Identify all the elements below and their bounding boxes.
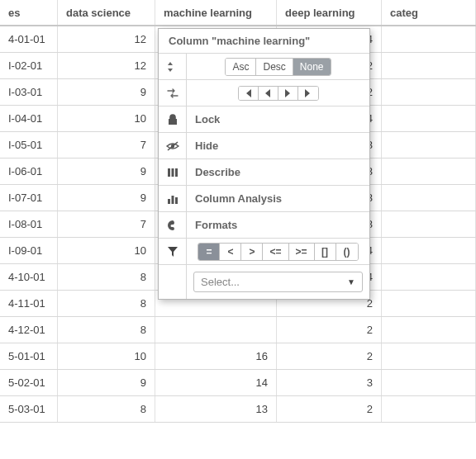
describe-label: Describe: [187, 166, 369, 178]
cell-deep-learning[interactable]: 2: [277, 317, 382, 343]
filter-paren-button[interactable]: (): [336, 244, 358, 260]
svg-rect-6: [168, 199, 170, 204]
filter-lt-button[interactable]: <: [220, 244, 241, 260]
cell-category[interactable]: [382, 26, 476, 52]
cell-es[interactable]: I-03-01: [0, 79, 58, 105]
cell-es[interactable]: I-02-01: [0, 53, 58, 78]
cell-data-science[interactable]: 8: [58, 291, 155, 316]
analysis-label: Column Analysis: [187, 192, 369, 205]
cell-data-science[interactable]: 12: [58, 26, 155, 52]
filter-gt-button[interactable]: >: [241, 244, 263, 260]
col-header-data-science[interactable]: data science: [58, 0, 155, 25]
svg-rect-8: [175, 197, 178, 204]
col-header-es[interactable]: es: [0, 0, 58, 25]
cell-data-science[interactable]: 9: [58, 185, 155, 211]
filter-row: = < > <= >= [] (): [159, 239, 369, 265]
svg-rect-3: [168, 168, 170, 177]
cell-es[interactable]: I-08-01: [0, 211, 58, 237]
svg-rect-5: [175, 168, 178, 177]
cell-category[interactable]: [382, 343, 476, 369]
lock-icon: [159, 106, 187, 132]
cell-category[interactable]: [382, 106, 476, 131]
col-header-category[interactable]: categ: [382, 0, 476, 25]
describe-icon: [159, 159, 187, 185]
cell-deep-learning[interactable]: 3: [277, 370, 382, 395]
formats-label: Formats: [187, 219, 369, 231]
cell-category[interactable]: [382, 396, 476, 422]
hide-row[interactable]: Hide: [159, 133, 369, 159]
sort-asc-button[interactable]: Asc: [226, 59, 256, 75]
move-last-button[interactable]: [298, 87, 318, 100]
header-row: es data science machine learning deep le…: [0, 0, 476, 26]
cell-data-science[interactable]: 9: [58, 370, 155, 395]
table-row: 5-02-019143: [0, 370, 476, 396]
filter-in-button[interactable]: []: [315, 244, 336, 260]
cell-es[interactable]: 5-02-01: [0, 370, 58, 395]
formats-row[interactable]: Formats: [159, 212, 369, 239]
cell-machine-learning[interactable]: 13: [155, 396, 277, 422]
lock-row[interactable]: Lock: [159, 106, 369, 133]
caret-down-icon: ▼: [347, 277, 355, 286]
cell-es[interactable]: 4-01-01: [0, 26, 58, 52]
filter-select-spacer: [159, 265, 187, 299]
cell-category[interactable]: [382, 159, 476, 184]
move-first-button[interactable]: [239, 87, 259, 100]
cell-category[interactable]: [382, 53, 476, 78]
sort-none-button[interactable]: None: [293, 59, 331, 75]
cell-es[interactable]: 5-01-01: [0, 343, 58, 369]
cell-category[interactable]: [382, 132, 476, 158]
table-row: 4-12-0182: [0, 317, 476, 343]
cell-machine-learning[interactable]: 14: [155, 370, 277, 395]
move-row: [159, 80, 369, 106]
cell-es[interactable]: 4-11-01: [0, 291, 58, 316]
filter-value-select[interactable]: Select... ▼: [193, 272, 363, 292]
cell-data-science[interactable]: 10: [58, 106, 155, 131]
cell-machine-learning[interactable]: [155, 317, 277, 343]
cell-data-science[interactable]: 9: [58, 79, 155, 105]
cell-data-science[interactable]: 10: [58, 343, 155, 369]
move-next-button[interactable]: [278, 87, 298, 100]
cell-deep-learning[interactable]: 2: [277, 396, 382, 422]
cell-es[interactable]: I-04-01: [0, 106, 58, 131]
cell-category[interactable]: [382, 211, 476, 237]
filter-le-button[interactable]: <=: [263, 244, 288, 260]
cell-es[interactable]: I-07-01: [0, 185, 58, 211]
cell-category[interactable]: [382, 291, 476, 316]
cell-es[interactable]: 4-12-01: [0, 317, 58, 343]
cell-data-science[interactable]: 8: [58, 264, 155, 290]
cell-data-science[interactable]: 10: [58, 238, 155, 263]
cell-data-science[interactable]: 8: [58, 317, 155, 343]
svg-rect-0: [169, 119, 177, 125]
cell-category[interactable]: [382, 185, 476, 211]
cell-category[interactable]: [382, 317, 476, 343]
move-prev-button[interactable]: [259, 87, 278, 100]
cell-es[interactable]: 5-03-01: [0, 396, 58, 422]
col-header-deep-learning[interactable]: deep learning: [277, 0, 382, 25]
filter-eq-button[interactable]: =: [198, 244, 220, 260]
cell-category[interactable]: [382, 370, 476, 395]
sort-row: Asc Desc None: [159, 54, 369, 80]
cell-data-science[interactable]: 8: [58, 396, 155, 422]
analysis-row[interactable]: Column Analysis: [159, 186, 369, 212]
cell-es[interactable]: 4-10-01: [0, 264, 58, 290]
cell-es[interactable]: I-09-01: [0, 238, 58, 263]
describe-row[interactable]: Describe: [159, 159, 369, 186]
table-row: 5-03-018132: [0, 396, 476, 423]
cell-data-science[interactable]: 7: [58, 132, 155, 158]
cell-data-science[interactable]: 9: [58, 159, 155, 184]
column-menu-title: Column "machine learning": [159, 29, 369, 54]
filter-op-group: = < > <= >= [] (): [198, 243, 358, 261]
cell-data-science[interactable]: 7: [58, 211, 155, 237]
cell-es[interactable]: I-06-01: [0, 159, 58, 184]
sort-desc-button[interactable]: Desc: [256, 59, 293, 75]
cell-category[interactable]: [382, 238, 476, 263]
cell-category[interactable]: [382, 79, 476, 105]
cell-machine-learning[interactable]: 16: [155, 343, 277, 369]
col-header-machine-learning[interactable]: machine learning: [155, 0, 277, 25]
filter-ge-button[interactable]: >=: [289, 244, 315, 260]
cell-category[interactable]: [382, 264, 476, 290]
cell-es[interactable]: I-05-01: [0, 132, 58, 158]
lock-label: Lock: [187, 113, 369, 125]
cell-data-science[interactable]: 12: [58, 53, 155, 78]
cell-deep-learning[interactable]: 2: [277, 343, 382, 369]
